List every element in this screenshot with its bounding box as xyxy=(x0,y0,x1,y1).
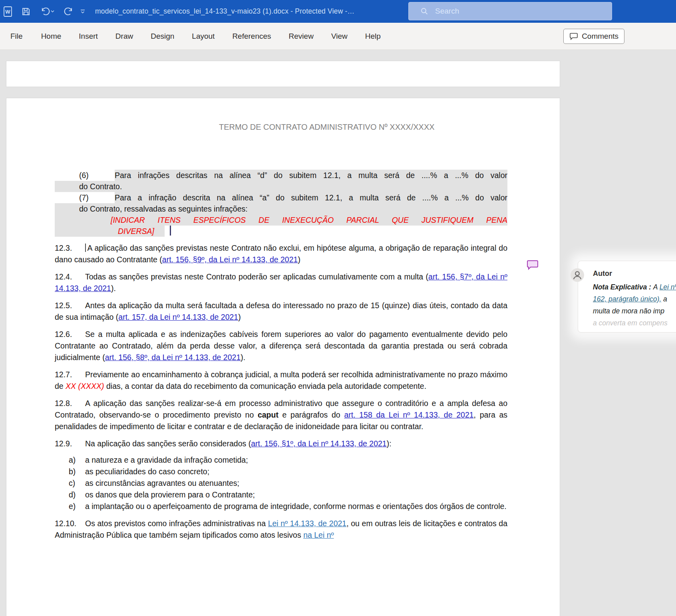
document-title: modelo_contrato_tic_servicos_lei_14-133_… xyxy=(95,7,354,16)
paragraph-12-3: 12.3.A aplicação das sanções previstas n… xyxy=(55,242,507,265)
tab-layout[interactable]: Layout xyxy=(183,23,223,50)
paragraph-12-10: 12.10.Os atos previstos como infrações a… xyxy=(55,518,507,541)
law-link[interactable]: 162, parágrafo único), xyxy=(593,295,661,303)
comment-note-line-faded: a converta em compens xyxy=(593,317,676,329)
bold-term: caput xyxy=(258,410,278,419)
search-box[interactable] xyxy=(408,2,612,20)
tab-file[interactable]: File xyxy=(5,23,32,50)
undo-button[interactable] xyxy=(38,5,56,18)
law-link[interactable]: Lei nº xyxy=(660,283,676,291)
comment-note-line-1: Nota Explicativa : A Lei nº xyxy=(593,281,676,293)
highlighted-text: Para a infração descrita na alínea “a” d… xyxy=(115,192,507,203)
note-label: Nota Explicativa : xyxy=(593,283,653,291)
law-link[interactable]: art. 156, §9º, da Lei nº 14.133, de 2021 xyxy=(162,255,298,264)
document-canvas: TERMO DE CONTRATO ADMINISTRATIVO Nº XXXX… xyxy=(0,50,676,616)
author-avatar xyxy=(571,268,584,282)
list-marker: e) xyxy=(69,501,85,512)
comment-bubble-icon xyxy=(569,32,578,40)
law-link[interactable]: art. 156, §8º, da Lei nº 14.133, de 2021 xyxy=(105,353,241,362)
criteria-list: a)a natureza e a gravidade da infração c… xyxy=(55,454,507,512)
paragraph-12-9: 12.9.Na aplicação das sanções serão cons… xyxy=(55,438,507,450)
paragraph-number: 12.9. xyxy=(55,438,85,450)
word-app-icon[interactable]: W xyxy=(2,5,14,18)
comment-note: Nota Explicativa : A Lei nº 162, parágra… xyxy=(593,281,676,329)
tab-design[interactable]: Design xyxy=(142,23,183,50)
paragraph-12-4: 12.4.Todas as sanções previstas neste Co… xyxy=(55,271,507,294)
comment-card[interactable]: Autor Nota Explicativa : A Lei nº 162, p… xyxy=(578,261,676,333)
paragraph-number: 12.7. xyxy=(55,369,85,380)
paragraph-12-7: 12.7.Previamente ao encaminhamento à cob… xyxy=(55,369,507,392)
save-button[interactable] xyxy=(19,5,33,18)
placeholder-red-text: DIVERSA] xyxy=(55,226,165,237)
paragraph-12-6: 12.6.Se a multa aplicada e as indenizaçõ… xyxy=(55,329,507,363)
list-marker: c) xyxy=(69,477,85,489)
customize-quick-access-button[interactable] xyxy=(78,5,87,18)
law-link[interactable]: art. 158 da Lei nº 14.133, de 2021 xyxy=(344,410,473,419)
placeholder-red-text: XX (XXXX) xyxy=(66,382,104,390)
paragraph-number: 12.8. xyxy=(55,398,85,409)
clause-number: (6) xyxy=(79,170,115,181)
law-link[interactable]: art. 156, §1º, da Lei nº 14.133, de 2021 xyxy=(251,439,387,448)
word-window: W xyxy=(0,0,676,616)
redo-button[interactable] xyxy=(62,5,75,18)
law-link[interactable]: Lei nº 14.133, de 2021 xyxy=(268,519,347,528)
tab-review[interactable]: Review xyxy=(280,23,322,50)
page-content: TERMO DE CONTRATO ADMINISTRATIVO Nº XXXX… xyxy=(55,98,507,541)
comment-note-line-3: multa de mora não imp xyxy=(593,305,676,317)
clause-7-line-1: (7) Para a infração descrita na alínea “… xyxy=(55,192,507,203)
ribbon-tab-bar: File Home Insert Draw Design Layout Refe… xyxy=(0,23,676,50)
text-cursor xyxy=(170,226,171,236)
undo-dropdown-chevron xyxy=(51,10,54,13)
tab-help[interactable]: Help xyxy=(356,23,390,50)
document-page[interactable]: TERMO DE CONTRATO ADMINISTRATIVO Nº XXXX… xyxy=(6,98,560,616)
list-marker: d) xyxy=(69,489,85,501)
comment-author: Autor xyxy=(593,269,676,278)
previous-page-edge xyxy=(6,61,560,87)
list-item: a)a natureza e a gravidade da infração c… xyxy=(55,454,507,466)
title-bar: W xyxy=(0,0,676,23)
clause-7-line-2: do Contrato, ressalvadas as seguintes in… xyxy=(55,203,507,214)
paragraph-number: 12.10. xyxy=(55,518,85,529)
paragraph-12-8: 12.8.A aplicação das sanções realizar-se… xyxy=(55,398,507,432)
tab-view[interactable]: View xyxy=(322,23,356,50)
comments-button-label: Comments xyxy=(582,32,618,41)
clause-number: (7) xyxy=(79,192,115,203)
comment-note-line-2: 162, parágrafo único), a xyxy=(593,293,676,305)
quick-access-toolbar: W xyxy=(0,0,354,23)
list-item: e)a implantação ou o aperfeiçoamento de … xyxy=(55,501,507,512)
clause-6-line-2: do Contrato. xyxy=(55,181,507,192)
svg-text:W: W xyxy=(5,9,10,15)
tab-insert[interactable]: Insert xyxy=(70,23,107,50)
paragraph-number: 12.4. xyxy=(55,271,85,283)
clause-6-line-1: (6) Para infrações descritas na alínea “… xyxy=(55,170,507,181)
shaded-clause-block: (6) Para infrações descritas na alínea “… xyxy=(55,170,507,237)
tab-draw[interactable]: Draw xyxy=(107,23,142,50)
search-input[interactable] xyxy=(434,2,612,20)
list-marker: b) xyxy=(69,466,85,477)
paragraph-number: 12.3. xyxy=(55,242,85,254)
insertion-pointer xyxy=(85,244,86,252)
law-link[interactable]: na Lei nº xyxy=(303,531,334,539)
comment-marker-icon[interactable] xyxy=(527,259,539,272)
paragraph-number: 12.6. xyxy=(55,329,85,340)
law-link[interactable]: art. 157, da Lei nº 14.133, de 2021 xyxy=(118,313,238,321)
paragraph-12-5: 12.5.Antes da aplicação da multa será fa… xyxy=(55,300,507,323)
placeholder-red-line-2: DIVERSA] xyxy=(55,226,507,237)
tab-references[interactable]: References xyxy=(223,23,280,50)
search-icon xyxy=(420,7,429,16)
paragraph-number: 12.5. xyxy=(55,300,85,311)
tab-home[interactable]: Home xyxy=(32,23,70,50)
contract-heading: TERMO DE CONTRATO ADMINISTRATIVO Nº XXXX… xyxy=(219,123,507,132)
list-item: d)os danos que dela provierem para o Con… xyxy=(55,489,507,501)
list-marker: a) xyxy=(69,454,85,466)
highlighted-text: Para infrações descritas na alínea “d” d… xyxy=(115,170,507,181)
comments-button[interactable]: Comments xyxy=(563,29,624,44)
list-item: b)as peculiaridades do caso concreto; xyxy=(55,466,507,477)
placeholder-red-line-1: [INDICAR ITENS ESPECÍFICOS DE INEXECUÇÃO… xyxy=(55,214,507,226)
list-item: c)as circunstâncias agravantes ou atenua… xyxy=(55,477,507,489)
